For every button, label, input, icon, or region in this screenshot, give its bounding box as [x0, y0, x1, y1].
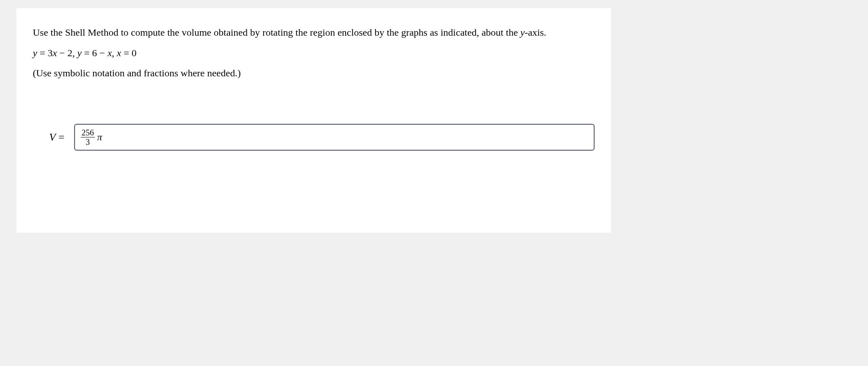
fraction: 256 3: [81, 128, 95, 146]
hint-text: (Use symbolic notation and fractions whe…: [33, 68, 595, 79]
prompt-text-before: Use the Shell Method to compute the volu…: [33, 27, 520, 38]
question-card: Use the Shell Method to compute the volu…: [16, 8, 611, 233]
answer-row: V = 256 3 π: [33, 124, 595, 151]
answer-V: V: [49, 131, 56, 143]
question-prompt: Use the Shell Method to compute the volu…: [33, 25, 595, 40]
answer-input[interactable]: 256 3 π: [74, 124, 595, 151]
answer-label: V =: [49, 131, 64, 144]
pi-symbol: π: [97, 132, 102, 143]
denominator: 3: [81, 137, 95, 146]
prompt-text-after: -axis.: [525, 27, 547, 38]
answer-eq: =: [56, 131, 64, 143]
y-axis-y: y: [520, 27, 525, 38]
numerator: 256: [81, 128, 95, 137]
equations: y = 3x − 2, y = 6 − x, x = 0: [33, 48, 595, 59]
equations-text: y = 3x − 2, y = 6 − x, x = 0: [33, 48, 137, 58]
answer-content: 256 3 π: [81, 128, 102, 146]
